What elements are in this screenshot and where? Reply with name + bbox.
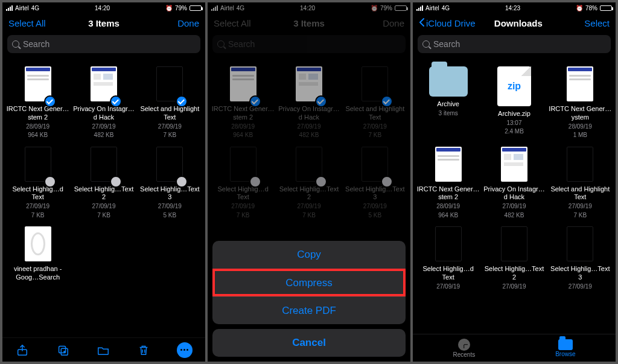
status-bar: Airtel 4G 14:23 ⏰ 78% (413, 2, 616, 13)
signal-bars-icon (416, 5, 423, 11)
file-title: Select Highlig…Text 2 (72, 185, 135, 202)
action-compress-button[interactable]: Compress (212, 269, 406, 296)
file-size: 482 KB (94, 132, 114, 139)
file-item[interactable]: Archive3 items (415, 65, 481, 143)
file-meta: 2.4 MB (505, 128, 524, 136)
search-icon (422, 40, 430, 48)
file-meta: 27/09/19 (569, 283, 592, 291)
clock-label: 14:20 (95, 5, 110, 11)
file-title: Archive.zip (498, 110, 530, 118)
more-button[interactable] (177, 342, 193, 358)
back-button[interactable]: iCloud Drive (419, 18, 476, 28)
file-title: Select Highlig…Text 3 (549, 265, 611, 282)
file-date: 27/09/19 (26, 203, 49, 211)
file-meta: 7 KB (573, 212, 587, 220)
file-item[interactable]: Privacy On Instagr…d Hack27/09/19482 KB (481, 145, 547, 223)
file-title: IRCTC Next Gener…stem 2 (417, 185, 480, 202)
file-date: 27/09/19 (158, 203, 182, 211)
file-thumbnail (501, 147, 527, 182)
file-meta: 964 KB (438, 212, 458, 220)
action-cancel-button[interactable]: Cancel (212, 329, 406, 357)
file-item[interactable]: IRCTC Next Gener…stem 228/09/19964 KB (5, 65, 71, 143)
search-placeholder: Search (23, 39, 49, 49)
folder-icon (429, 66, 468, 97)
move-button[interactable] (96, 343, 110, 357)
alarm-icon: ⏰ (576, 5, 583, 11)
select-button[interactable]: Select (561, 18, 610, 28)
action-copy-button[interactable]: Copy (212, 241, 406, 269)
file-item[interactable]: Select Highlig…d Text27/09/19 (415, 225, 481, 294)
selected-checkmark-icon (110, 95, 122, 107)
file-title: Select Highlig…Text 2 (483, 265, 546, 282)
selected-checkmark-icon (44, 95, 56, 107)
clock-label: 14:23 (505, 5, 520, 11)
tab-recents[interactable]: Recents (453, 339, 475, 358)
file-meta: 28/09/19 (569, 123, 592, 131)
battery-percent: 78% (585, 5, 597, 11)
action-create-pdf-button[interactable]: Create PDF (212, 296, 406, 324)
file-title: Select Highlig…Text 3 (138, 185, 201, 202)
file-meta: 28/09/19 (436, 203, 460, 211)
phone-screen-1: Airtel 4G 14:20 ⏰ 79% Select All 3 Items… (2, 2, 205, 362)
navbar: iCloud Drive Downloads Select (413, 13, 616, 33)
clock-icon (458, 339, 470, 351)
file-title: Select Highlig…d Text (7, 185, 69, 202)
select-all-button[interactable]: Select All (8, 18, 57, 28)
file-item[interactable]: IRCTC Next Gener…stem 228/09/19964 KB (415, 145, 481, 223)
file-item[interactable]: Select Highlig…Text 227/09/197 KB (71, 145, 136, 223)
file-item[interactable]: Select and Highlight Text27/09/197 KB (137, 65, 203, 143)
nav-title: 3 Items (57, 18, 151, 28)
file-item[interactable]: zipArchive.zip13:072.4 MB (481, 65, 547, 143)
file-item[interactable]: Select and Highlight Text27/09/197 KB (547, 145, 613, 223)
tab-recents-label: Recents (453, 351, 475, 358)
search-field[interactable]: Search (418, 35, 611, 53)
file-item[interactable]: IRCTC Next Gener…ystem28/09/191 MB (547, 65, 613, 143)
file-date: 27/09/19 (92, 123, 116, 131)
file-date: 27/09/19 (92, 203, 116, 211)
file-item[interactable]: vineet pradhan - Goog…Search (5, 225, 71, 286)
file-item[interactable]: Privacy On Instagr…d Hack27/09/19482 KB (71, 65, 136, 143)
signal-bars-icon (6, 5, 13, 11)
file-item[interactable]: Select Highlig…d Text27/09/197 KB (5, 145, 71, 223)
file-thumbnail (435, 226, 462, 261)
action-sheet-overlay[interactable]: CopyCompressCreate PDF Cancel (208, 2, 410, 362)
file-thumbnail (567, 66, 593, 101)
file-item[interactable]: Select Highlig…Text 327/09/19 (547, 225, 613, 294)
file-item[interactable]: Select Highlig…Text 327/09/195 KB (137, 145, 203, 223)
tab-browse[interactable]: Browse (555, 339, 575, 357)
share-button[interactable] (15, 343, 30, 357)
tab-bar: Recents Browse (413, 334, 616, 362)
status-bar: Airtel 4G 14:20 ⏰ 79% (2, 2, 205, 13)
battery-icon (190, 5, 202, 11)
file-item[interactable]: Select Highlig…Text 227/09/19 (481, 225, 547, 294)
folder-icon (558, 339, 573, 350)
file-thumbnail (567, 147, 593, 182)
search-field[interactable]: Search (7, 35, 200, 53)
file-thumbnail (25, 226, 51, 261)
back-label: iCloud Drive (426, 18, 476, 28)
chevron-left-icon (419, 18, 425, 28)
nav-title: Downloads (476, 18, 561, 28)
battery-icon (600, 5, 612, 11)
network-label: 4G (442, 5, 450, 11)
alarm-icon: ⏰ (165, 5, 173, 11)
battery-percent: 79% (175, 5, 187, 11)
file-thumbnail (501, 226, 527, 261)
file-meta: 13:07 (506, 120, 521, 127)
phone-screen-2: Airtel 4G 14:20 ⏰ 79% Select All 3 Items… (208, 2, 410, 362)
file-meta: 3 items (439, 110, 458, 118)
navbar: Select All 3 Items Done (2, 13, 205, 33)
zip-icon: zip (497, 66, 531, 106)
bottom-toolbar (2, 337, 205, 362)
carrier-label: Airtel (15, 5, 29, 11)
file-title: vineet pradhan - Goog…Search (7, 265, 69, 282)
delete-button[interactable] (136, 343, 151, 357)
done-button[interactable]: Done (151, 18, 199, 28)
file-meta: 27/09/19 (436, 283, 460, 291)
file-size: 964 KB (28, 132, 48, 139)
file-title: IRCTC Next Gener…ystem (549, 105, 611, 122)
file-date: 27/09/19 (158, 123, 182, 131)
duplicate-button[interactable] (56, 343, 70, 357)
file-title: Select and Highlight Text (138, 105, 201, 122)
file-meta: 1 MB (573, 132, 587, 139)
